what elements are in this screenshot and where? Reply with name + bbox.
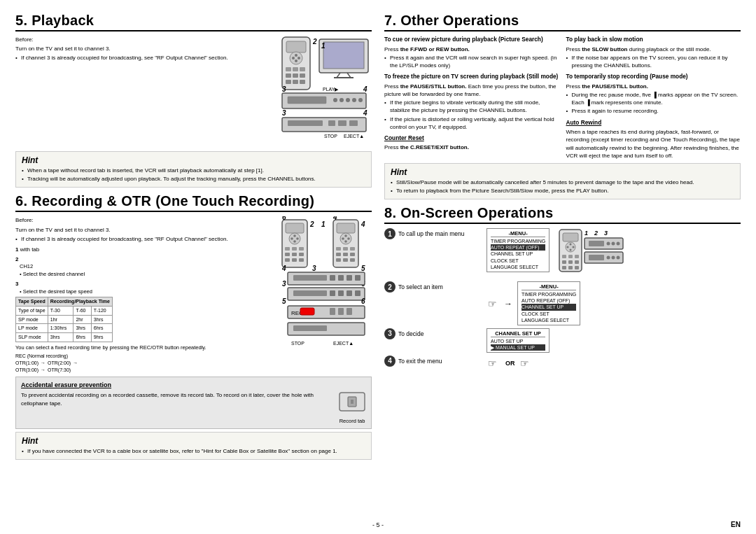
recording-diagram-svg: 2 6: [281, 216, 372, 360]
svg-rect-86: [330, 275, 335, 281]
counter-heading: Counter Reset: [384, 134, 559, 143]
svg-rect-110: [351, 400, 354, 404]
os-step4: 4 To exit the menu ☞ OR ☞: [384, 356, 741, 371]
os-menu-box1: -MENU- TIMER PROGRAMMING AUTO REPEAT (OF…: [486, 228, 550, 272]
temp-bullet2: Press it again to resume recording.: [566, 107, 741, 115]
svg-text:3: 3: [312, 265, 316, 272]
svg-rect-35: [328, 120, 335, 126]
svg-text:→: →: [504, 299, 512, 309]
otr-options: OTR(1:00) → OTR(2:00) →: [15, 360, 275, 367]
svg-point-133: [607, 242, 610, 246]
recording-text: Before: Turn on the TV and set it to cha…: [15, 216, 275, 374]
svg-text:1: 1: [321, 42, 326, 50]
os-menu1-item3: CHANNEL SET UP: [491, 251, 545, 257]
slp-t120: 9hrs: [91, 333, 112, 342]
otr1: OTR(1:00): [15, 360, 38, 367]
freeze-heading: To freeze the picture on TV screen durin…: [384, 73, 559, 81]
os-menu2-item1: TIMER PROGRAMMING: [522, 291, 576, 297]
os-menu2-title: -MENU-: [522, 283, 576, 290]
svg-line-3: [347, 73, 351, 78]
svg-rect-85: [293, 275, 327, 281]
svg-rect-89: [355, 275, 360, 281]
os-menu1-item4: CLOCK SET: [491, 258, 545, 264]
svg-point-138: [607, 256, 610, 260]
svg-rect-56: [292, 258, 297, 262]
svg-rect-13: [286, 67, 291, 71]
playback-diagram: 1: [281, 36, 372, 151]
svg-point-8: [290, 52, 302, 64]
svg-text:☞: ☞: [488, 358, 497, 369]
svg-text:STOP: STOP: [324, 134, 337, 139]
svg-point-66: [347, 238, 350, 241]
svg-point-64: [344, 241, 347, 244]
svg-rect-14: [293, 67, 298, 71]
os-menu2-item4: CLOCK SET: [522, 311, 576, 317]
rec-play-time-header: Recording/Playback Time: [48, 297, 112, 307]
svg-rect-70: [336, 253, 341, 256]
hand-icon-step4b: ☞: [519, 356, 534, 371]
os-menu1-item1: TIMER PROGRAMMING: [491, 238, 545, 244]
svg-rect-125: [568, 266, 573, 269]
svg-rect-102: [338, 308, 344, 315]
svg-text:3: 3: [282, 109, 286, 117]
auto-rewind-heading: Auto Rewind: [566, 119, 741, 127]
os-menu2-item5: LANGUAGE SELECT: [522, 317, 576, 323]
os-step1-num: 1: [384, 228, 396, 239]
svg-point-65: [342, 238, 344, 241]
os-menu2-item3: CHANNEL SET UP: [522, 304, 576, 310]
svg-point-63: [344, 235, 347, 238]
svg-text:☞: ☞: [520, 358, 529, 369]
svg-rect-91: [293, 290, 327, 296]
svg-text:4: 4: [363, 85, 368, 93]
temp-stop-heading: To temporarily stop recording (Pause mod…: [566, 73, 741, 81]
onscreen-remote1-svg: 1 2 3 4: [558, 228, 628, 277]
rec-otr-label: REC (Normal recording): [15, 353, 275, 360]
playback-hint-bullet1: When a tape without record tab is insert…: [22, 167, 365, 174]
rec-before-text: Turn on the TV and set it to channel 3.: [15, 226, 275, 234]
slp-mode: SLP mode: [16, 333, 48, 342]
playback-hint-box: Hint When a tape without record tab is i…: [15, 151, 372, 188]
svg-rect-121: [562, 260, 566, 264]
hand-icon-step2: ☞: [486, 296, 502, 311]
svg-rect-68: [343, 247, 348, 251]
tape-speed-table: Tape Speed Recording/Playback Time Type …: [15, 297, 113, 342]
playback-title: 5. Playback: [15, 13, 372, 31]
os-menu-box2: -MENU- TIMER PROGRAMMING AUTO REPEAT (OF…: [517, 281, 580, 325]
other-ops-section: 7. Other Operations To cue or review pic…: [384, 13, 741, 199]
svg-rect-34: [288, 120, 323, 126]
svg-point-46: [293, 241, 296, 244]
svg-text:2: 2: [309, 220, 314, 228]
svg-rect-24: [288, 97, 326, 104]
slow-step1: Press the SLOW button during playback or…: [566, 45, 741, 53]
svg-rect-103: [346, 308, 352, 315]
onscreen-section: 8. On-Screen Operations 1 To call up the…: [384, 205, 741, 371]
recording-hint-box: Hint If you have connected the VCR to a …: [15, 432, 372, 460]
svg-rect-50: [292, 247, 297, 251]
svg-rect-54: [299, 253, 304, 256]
os-step4-desc: To exit the menu: [398, 358, 442, 365]
svg-text:3: 3: [604, 230, 608, 237]
rec-step2: 2: [15, 255, 92, 263]
svg-point-135: [617, 242, 620, 246]
temp-step1: Press the PAUSE/STILL button.: [566, 83, 741, 90]
svg-point-117: [573, 246, 575, 248]
playback-before-text1: Turn on the TV and set it to channel 3.: [15, 45, 275, 52]
slow-bullet1: If the noise bar appears on the TV scree…: [566, 54, 741, 69]
erasure-title: Accidental erasure prevention: [21, 381, 366, 390]
svg-text:STOP: STOP: [291, 341, 304, 346]
svg-rect-21: [300, 80, 305, 84]
svg-rect-53: [292, 253, 297, 256]
slp-t60: 6hrs: [74, 333, 91, 342]
record-tab-area: Record tab: [338, 391, 366, 425]
svg-point-134: [612, 242, 615, 246]
playback-section: 5. Playback Before: Turn on the TV and s…: [15, 13, 372, 188]
lp-mode: LP mode: [16, 324, 48, 333]
svg-rect-7: [286, 41, 306, 52]
type-label: Type of tape: [16, 306, 48, 315]
page-number-bar: - 5 -: [0, 521, 756, 528]
svg-rect-20: [293, 80, 298, 84]
recording-hint-bullet1: If you have connected the VCR to a cable…: [22, 447, 365, 455]
os-step4-num: 4: [384, 356, 396, 367]
os-step1: 1 To call up the main menu -MENU- TIMER …: [384, 228, 741, 279]
svg-text:6: 6: [282, 216, 286, 221]
